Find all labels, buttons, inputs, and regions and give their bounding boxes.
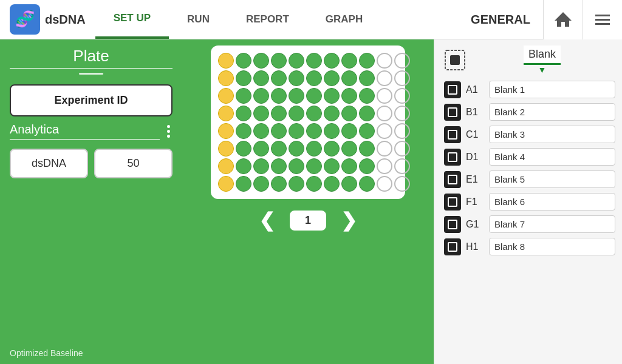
- well[interactable]: [306, 158, 322, 174]
- well[interactable]: [236, 141, 251, 157]
- well[interactable]: [394, 106, 410, 121]
- well[interactable]: [253, 106, 269, 121]
- well[interactable]: [324, 141, 340, 157]
- well[interactable]: [236, 106, 251, 121]
- well-name-input[interactable]: [489, 193, 615, 211]
- home-button[interactable]: [543, 0, 583, 39]
- well[interactable]: [289, 53, 304, 69]
- well[interactable]: [271, 53, 287, 69]
- well[interactable]: [306, 141, 322, 157]
- well[interactable]: [218, 123, 234, 139]
- well[interactable]: [289, 70, 304, 86]
- well[interactable]: [289, 141, 304, 157]
- well[interactable]: [324, 106, 340, 121]
- blank-dropdown[interactable]: Blank: [524, 46, 561, 65]
- well[interactable]: [271, 176, 287, 192]
- well[interactable]: [236, 123, 251, 139]
- well[interactable]: [377, 176, 392, 192]
- well[interactable]: [271, 70, 287, 86]
- well-checkbox[interactable]: [444, 171, 461, 188]
- fifty-button[interactable]: 50: [94, 149, 173, 178]
- well[interactable]: [341, 123, 357, 139]
- well[interactable]: [324, 88, 340, 104]
- well[interactable]: [394, 158, 410, 174]
- well[interactable]: [306, 53, 322, 69]
- well[interactable]: [394, 70, 410, 86]
- well[interactable]: [377, 70, 392, 86]
- well-checkbox[interactable]: [444, 104, 461, 121]
- dots-menu-button[interactable]: [165, 123, 173, 140]
- well[interactable]: [253, 123, 269, 139]
- well[interactable]: [341, 106, 357, 121]
- tab-graph[interactable]: GRAPH: [307, 0, 381, 39]
- well[interactable]: [359, 176, 375, 192]
- well[interactable]: [324, 53, 340, 69]
- well[interactable]: [306, 106, 322, 121]
- well-checkbox[interactable]: [444, 81, 461, 98]
- well[interactable]: [359, 70, 375, 86]
- well[interactable]: [271, 123, 287, 139]
- well[interactable]: [341, 88, 357, 104]
- well[interactable]: [306, 88, 322, 104]
- well[interactable]: [359, 123, 375, 139]
- well-name-input[interactable]: [489, 238, 615, 255]
- tab-run[interactable]: RUN: [169, 0, 228, 39]
- well[interactable]: [394, 141, 410, 157]
- well-name-input[interactable]: [489, 103, 615, 121]
- menu-button[interactable]: [583, 0, 622, 39]
- well[interactable]: [271, 88, 287, 104]
- well[interactable]: [253, 176, 269, 192]
- well[interactable]: [324, 176, 340, 192]
- well[interactable]: [359, 158, 375, 174]
- well[interactable]: [289, 158, 304, 174]
- well[interactable]: [253, 88, 269, 104]
- well[interactable]: [341, 70, 357, 86]
- well[interactable]: [359, 141, 375, 157]
- well[interactable]: [236, 88, 251, 104]
- well[interactable]: [289, 106, 304, 121]
- well[interactable]: [306, 123, 322, 139]
- well[interactable]: [218, 158, 234, 174]
- well[interactable]: [377, 88, 392, 104]
- well[interactable]: [359, 53, 375, 69]
- well[interactable]: [341, 158, 357, 174]
- well[interactable]: [289, 176, 304, 192]
- well[interactable]: [377, 158, 392, 174]
- well[interactable]: [271, 141, 287, 157]
- well[interactable]: [218, 70, 234, 86]
- well[interactable]: [218, 88, 234, 104]
- well[interactable]: [218, 141, 234, 157]
- well[interactable]: [377, 53, 392, 69]
- dsdna-button[interactable]: dsDNA: [10, 149, 88, 178]
- well-checkbox[interactable]: [444, 194, 461, 211]
- well[interactable]: [236, 176, 251, 192]
- well[interactable]: [394, 176, 410, 192]
- well-checkbox[interactable]: [444, 149, 461, 166]
- well[interactable]: [253, 141, 269, 157]
- well[interactable]: [218, 53, 234, 69]
- well[interactable]: [289, 123, 304, 139]
- well[interactable]: [394, 123, 410, 139]
- well[interactable]: [306, 70, 322, 86]
- well-name-input[interactable]: [489, 170, 615, 188]
- well[interactable]: [253, 70, 269, 86]
- well[interactable]: [341, 176, 357, 192]
- well[interactable]: [218, 176, 234, 192]
- well[interactable]: [377, 106, 392, 121]
- prev-page-button[interactable]: ❮: [254, 209, 280, 232]
- well[interactable]: [306, 176, 322, 192]
- well-name-input[interactable]: [489, 148, 615, 166]
- tab-setup[interactable]: SET UP: [95, 0, 169, 39]
- well-name-input[interactable]: [489, 126, 615, 143]
- well-checkbox[interactable]: [444, 126, 461, 143]
- well-checkbox[interactable]: [444, 238, 461, 255]
- well[interactable]: [236, 158, 251, 174]
- well[interactable]: [253, 53, 269, 69]
- well[interactable]: [236, 53, 251, 69]
- well[interactable]: [289, 88, 304, 104]
- well[interactable]: [359, 88, 375, 104]
- well[interactable]: [218, 106, 234, 121]
- well[interactable]: [394, 53, 410, 69]
- well[interactable]: [341, 141, 357, 157]
- tab-report[interactable]: REPORT: [228, 0, 307, 39]
